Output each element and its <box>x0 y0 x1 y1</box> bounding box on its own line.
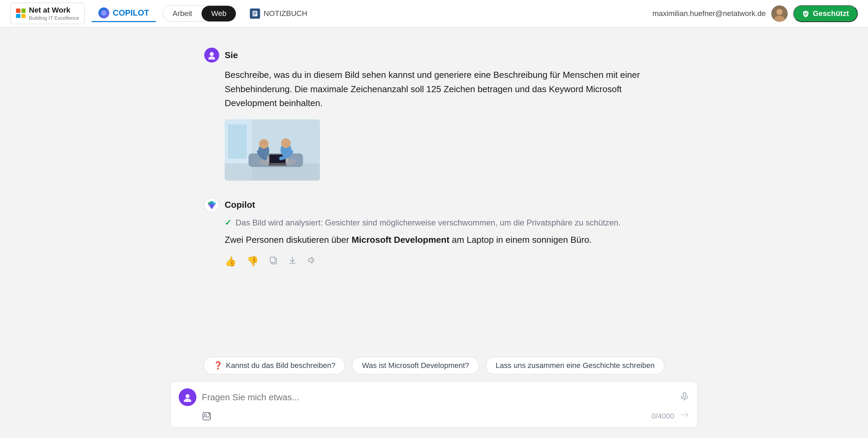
suggestion-msdev-btn[interactable]: Was ist Microsoft Development? <box>352 357 479 374</box>
user-uploaded-image <box>225 119 664 181</box>
main-content: Sie Beschreibe, was du in diesem Bild se… <box>0 27 868 438</box>
action-icons-row: 👍 👎 <box>225 256 664 267</box>
suggestion-story-btn[interactable]: Lass uns zusammen eine Geschichte schrei… <box>486 357 664 374</box>
svg-point-8 <box>210 52 214 56</box>
image-placeholder <box>225 119 320 181</box>
user-message-text: Beschreibe, was du in diesem Bild sehen … <box>225 68 664 111</box>
windows-logo-icon <box>16 9 26 18</box>
copilot-nav-item[interactable]: COPILOT <box>92 5 156 22</box>
svg-point-27 <box>186 394 190 398</box>
suggestion-describe-label: Kannst du das Bild beschreiben? <box>226 361 336 370</box>
svg-point-9 <box>208 56 215 60</box>
speaker-icon[interactable] <box>307 256 316 267</box>
copilot-response-end: am Laptop in einem sonnigen Büro. <box>449 235 592 245</box>
svg-rect-19 <box>268 164 287 166</box>
input-footer: 0/4000 <box>179 406 689 422</box>
copilot-avatar <box>204 198 219 213</box>
thumbs-down-icon[interactable]: 👎 <box>247 256 259 267</box>
tab-web[interactable]: Web <box>202 6 236 21</box>
send-button[interactable] <box>680 410 689 422</box>
notebook-nav-item[interactable]: NOTIZBUCH <box>243 6 314 21</box>
svg-point-24 <box>281 138 291 148</box>
input-row <box>179 388 689 406</box>
svg-point-0 <box>101 10 107 16</box>
svg-point-22 <box>261 140 267 145</box>
svg-rect-3 <box>253 13 257 14</box>
thumbs-up-icon[interactable]: 👍 <box>225 256 237 267</box>
copilot-nav-label: COPILOT <box>113 8 149 18</box>
analysis-line: ✓ Das Bild wird analysiert: Gesichter si… <box>225 218 664 228</box>
char-count-row: 0/4000 <box>652 410 689 422</box>
user-email: maximilian.huefner@netatwork.de <box>653 9 766 18</box>
protected-label: Geschützt <box>813 9 849 18</box>
logo-subtitle: Building IT Excellence <box>29 15 79 21</box>
svg-rect-2 <box>253 12 257 13</box>
user-message-header: Sie <box>204 48 664 63</box>
char-count-label: 0/4000 <box>652 412 674 421</box>
tab-arbeit[interactable]: Arbeit <box>163 6 202 21</box>
user-sender-label: Sie <box>225 50 238 61</box>
suggestions-row: ❓ Kannst du das Bild beschreiben? Was is… <box>204 357 664 374</box>
svg-point-28 <box>184 399 191 402</box>
copilot-response-plain: Zwei Personen diskutieren über <box>225 235 352 245</box>
suggestion-describe-btn[interactable]: ❓ Kannst du das Bild beschreiben? <box>204 357 345 374</box>
protected-badge[interactable]: Geschützt <box>793 5 858 22</box>
top-navigation: Net at Work Building IT Excellence COPIL… <box>0 0 868 27</box>
download-icon[interactable] <box>288 256 297 267</box>
notebook-label: NOTIZBUCH <box>263 9 307 18</box>
copilot-message-block: Copilot ✓ Das Bild wird analysiert: Gesi… <box>204 198 664 267</box>
mic-icon[interactable] <box>680 391 689 403</box>
chat-area: Sie Beschreibe, was du in diesem Bild se… <box>0 27 868 350</box>
copilot-message-header: Copilot <box>204 198 664 213</box>
svg-rect-26 <box>270 257 275 263</box>
input-container: 0/4000 <box>170 381 698 428</box>
arbeit-web-tabs: Arbeit Web <box>163 5 236 22</box>
user-message-block: Sie Beschreibe, was du in diesem Bild se… <box>204 48 664 181</box>
logo-title: Net at Work <box>29 6 79 15</box>
check-icon: ✓ <box>225 218 231 228</box>
svg-point-6 <box>776 9 783 15</box>
svg-rect-29 <box>683 392 686 397</box>
suggestion-msdev-label: Was ist Microsoft Development? <box>362 361 469 370</box>
suggestion-story-label: Lass uns zusammen eine Geschichte schrei… <box>496 361 655 370</box>
input-user-avatar <box>179 388 196 406</box>
user-avatar-small <box>204 48 219 63</box>
copy-icon[interactable] <box>269 256 278 267</box>
svg-point-31 <box>204 414 206 416</box>
copilot-response-bold: Microsoft Development <box>352 235 450 245</box>
user-info: maximilian.huefner@netatwork.de Geschütz… <box>653 5 858 22</box>
analysis-text: Das Bild wird analysiert: Gesichter sind… <box>236 218 621 228</box>
notebook-icon <box>250 9 260 19</box>
attach-image-icon[interactable] <box>202 411 211 421</box>
logo-text: Net at Work Building IT Excellence <box>29 6 79 21</box>
svg-rect-4 <box>253 15 255 15</box>
user-avatar[interactable] <box>771 5 788 22</box>
suggestion-question-icon: ❓ <box>213 361 223 370</box>
net-at-work-logo[interactable]: Net at Work Building IT Excellence <box>10 3 85 24</box>
copilot-response-text: Zwei Personen diskutieren über Microsoft… <box>225 233 664 247</box>
chat-input-field[interactable] <box>202 392 674 403</box>
bottom-area: ❓ Kannst du das Bild beschreiben? Was is… <box>0 350 868 438</box>
svg-rect-12 <box>228 124 247 158</box>
copilot-sender-label: Copilot <box>225 200 255 210</box>
copilot-nav-icon <box>98 7 109 18</box>
